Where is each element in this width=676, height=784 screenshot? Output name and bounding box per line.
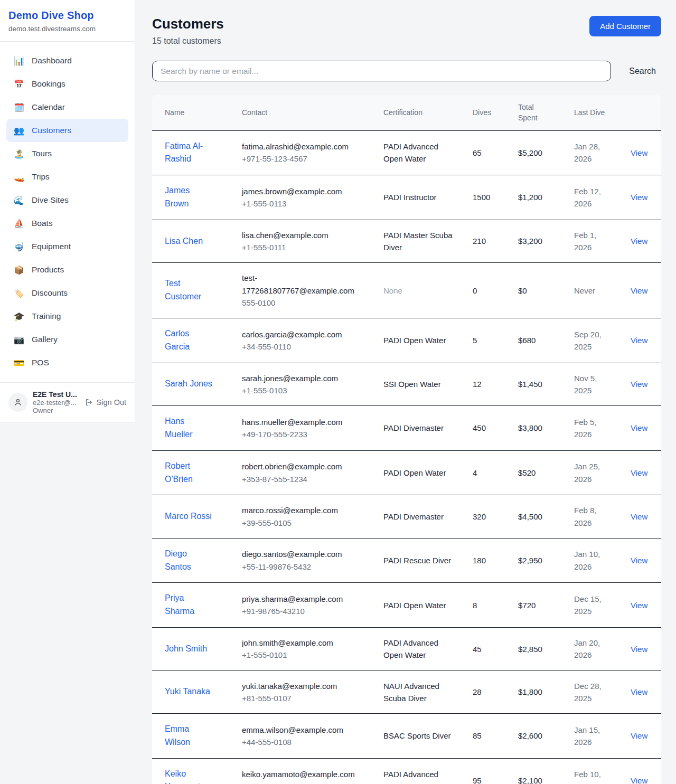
table-row: Lisa Chen lisa.chen@example.com +1-555-0… — [152, 220, 661, 263]
table-row: Marco Rossi marco.rossi@example.com +39-… — [152, 495, 661, 539]
app-window: Demo Dive Shop demo.test.divestreams.com… — [0, 0, 676, 784]
gallery-icon: 📷 — [14, 335, 24, 345]
sidebar-item-tours[interactable]: 🏝️ Tours — [6, 142, 128, 165]
customer-name-link[interactable]: Fatima Al-Rashid — [165, 141, 203, 164]
customer-name-link[interactable]: Emma Wilson — [165, 724, 190, 747]
customer-name-link[interactable]: Hans Mueller — [165, 417, 192, 439]
customer-dives: 4 — [473, 468, 477, 477]
view-customer-link[interactable]: View — [631, 601, 647, 610]
customer-name-link[interactable]: James Brown — [165, 186, 190, 208]
sidebar-item-pos[interactable]: 💳 POS — [6, 351, 128, 374]
customer-dives: 450 — [473, 423, 486, 432]
sidebar-item-dashboard[interactable]: 📊 Dashboard — [6, 49, 128, 72]
user-name: E2E Test U... — [33, 390, 80, 399]
view-customer-link[interactable]: View — [631, 148, 647, 157]
customer-name-link[interactable]: Lisa Chen — [165, 237, 203, 245]
avatar — [8, 393, 27, 412]
customer-phone: +353-87-555-1234 — [242, 473, 364, 485]
col-header-total-spent: Total Spent — [505, 95, 561, 130]
customer-name-link[interactable]: Marco Rossi — [165, 512, 212, 521]
customer-email: lisa.chen@example.com — [242, 229, 364, 241]
view-customer-link[interactable]: View — [631, 512, 647, 521]
view-customer-link[interactable]: View — [631, 731, 647, 740]
customer-last-dive: Nov 5, 2025 — [574, 374, 597, 395]
customer-dives: 210 — [473, 237, 486, 245]
customer-certification: NAUI Advanced Scuba Diver — [383, 682, 439, 703]
customer-total-spent: $2,600 — [518, 731, 542, 740]
customer-total-spent: $3,800 — [518, 423, 542, 432]
sidebar: Demo Dive Shop demo.test.divestreams.com… — [0, 0, 135, 422]
sidebar-item-dive-sites[interactable]: 🌊 Dive Sites — [6, 188, 128, 212]
sidebar-item-products[interactable]: 📦 Products — [6, 258, 128, 281]
table-row: Sarah Jones sarah.jones@example.com +1-5… — [152, 363, 661, 406]
view-customer-link[interactable]: View — [631, 237, 647, 245]
customer-name-link[interactable]: Diego Santos — [165, 549, 191, 571]
customer-certification: PADI Master Scuba Diver — [383, 231, 453, 252]
customer-name-link[interactable]: Sarah Jones — [165, 379, 212, 388]
col-header-actions — [618, 95, 661, 130]
customer-email: yuki.tanaka@example.com — [242, 680, 364, 692]
customer-total-spent: $720 — [518, 601, 536, 610]
customer-email: carlos.garcia@example.com — [242, 328, 364, 341]
customer-name-link[interactable]: John Smith — [165, 644, 207, 653]
customer-phone: +1-555-0103 — [242, 384, 364, 396]
customer-name-link[interactable]: Carlos Garcia — [165, 329, 190, 351]
sign-out-label: Sign Out — [97, 398, 126, 407]
sidebar-item-gallery[interactable]: 📷 Gallery — [6, 328, 128, 351]
search-button[interactable]: Search — [624, 63, 661, 79]
customer-last-dive: Jan 20, 2026 — [574, 638, 600, 659]
customer-total-spent: $1,200 — [518, 193, 542, 202]
customer-name-link[interactable]: Priya Sharma — [165, 593, 194, 616]
sidebar-item-training[interactable]: 🎓 Training — [6, 305, 128, 328]
customer-name-link[interactable]: Keiko Yamamoto — [165, 769, 205, 784]
sign-out-button[interactable]: Sign Out — [85, 398, 126, 407]
view-customer-link[interactable]: View — [631, 776, 647, 784]
view-customer-link[interactable]: View — [631, 645, 647, 654]
sidebar-item-customers[interactable]: 👥 Customers — [6, 119, 128, 142]
customer-phone: +971-55-123-4567 — [242, 153, 364, 165]
customer-phone: 555-0100 — [242, 297, 364, 309]
user-info: E2E Test U... e2e-tester@... Owner — [33, 390, 80, 414]
customer-certification: PADI Advanced Open Water — [383, 770, 438, 784]
view-customer-link[interactable]: View — [631, 380, 647, 389]
customers-table-card: Name Contact Certification Dives Total S… — [152, 95, 661, 784]
customer-last-dive: Jan 25, 2026 — [574, 462, 600, 483]
customer-name-link[interactable]: Robert O'Brien — [165, 461, 193, 484]
sidebar-item-trips[interactable]: 🚤 Trips — [6, 165, 128, 188]
customer-phone: +1-555-0113 — [242, 197, 364, 210]
customers-table: Name Contact Certification Dives Total S… — [152, 95, 661, 784]
customer-name-link[interactable]: Yuki Tanaka — [165, 687, 210, 696]
view-customer-link[interactable]: View — [631, 423, 647, 432]
view-customer-link[interactable]: View — [631, 556, 647, 565]
sidebar-item-calendar[interactable]: 🗓️ Calendar — [6, 96, 128, 119]
col-header-dives: Dives — [460, 95, 505, 130]
view-customer-link[interactable]: View — [631, 468, 647, 477]
sidebar-item-bookings[interactable]: 📅 Bookings — [6, 72, 128, 96]
dive-sites-icon: 🌊 — [14, 195, 24, 205]
sidebar-item-boats[interactable]: ⛵ Boats — [6, 212, 128, 235]
add-customer-button[interactable]: Add Customer — [589, 16, 661, 36]
dashboard-icon: 📊 — [14, 56, 24, 66]
view-customer-link[interactable]: View — [631, 286, 647, 295]
customer-certification: SSI Open Water — [383, 380, 441, 389]
sidebar-item-equipment[interactable]: 🤿 Equipment — [6, 235, 128, 258]
search-input[interactable] — [152, 61, 611, 81]
customer-email: john.smith@example.com — [242, 637, 364, 649]
customer-total-spent: $0 — [518, 286, 527, 295]
customer-phone: +81-555-0107 — [242, 692, 364, 704]
trips-icon: 🚤 — [14, 172, 24, 182]
view-customer-link[interactable]: View — [631, 687, 647, 696]
view-customer-link[interactable]: View — [631, 336, 647, 345]
customer-last-dive: Dec 28, 2025 — [574, 682, 602, 703]
customer-email: sarah.jones@example.com — [242, 372, 364, 384]
customer-name-link[interactable]: Test Customer — [165, 279, 201, 301]
sidebar-item-discounts[interactable]: 🏷️ Discounts — [6, 281, 128, 305]
app-title[interactable]: Demo Dive Shop — [8, 10, 126, 22]
customer-email: marco.rossi@example.com — [242, 504, 364, 516]
customer-certification: PADI Advanced Open Water — [383, 142, 438, 163]
table-row: James Brown james.brown@example.com +1-5… — [152, 175, 661, 220]
view-customer-link[interactable]: View — [631, 193, 647, 202]
customer-last-dive: Feb 10, 2026 — [574, 770, 601, 784]
customer-total-spent: $1,800 — [518, 687, 542, 696]
customer-certification: None — [383, 286, 402, 295]
